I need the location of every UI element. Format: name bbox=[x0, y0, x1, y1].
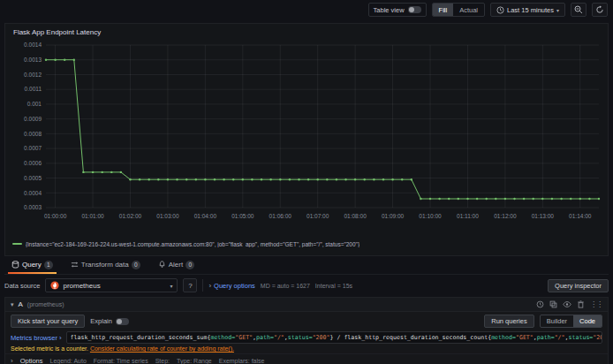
pane-size-group: Fill Actual bbox=[432, 3, 485, 17]
editor-mode-group: Builder Code bbox=[540, 315, 602, 328]
svg-text:01:00:00: 01:00:00 bbox=[44, 213, 67, 219]
counter-warning: Selected metric is a counter. Consider c… bbox=[5, 345, 608, 353]
interval-stat: Interval = 15s bbox=[315, 283, 352, 289]
run-queries-button[interactable]: Run queries bbox=[484, 315, 534, 328]
svg-text:0.0005: 0.0005 bbox=[24, 175, 42, 181]
query-row-actions: ⋮⋮ bbox=[536, 300, 602, 308]
time-range-label: Last 15 minutes bbox=[507, 6, 554, 14]
warning-rate-hint-link[interactable]: Consider calculating rate of counter by … bbox=[90, 345, 234, 352]
legend-series-color bbox=[12, 243, 22, 245]
svg-text:0.0014: 0.0014 bbox=[24, 42, 42, 48]
chevron-down-icon: ▾ bbox=[556, 7, 559, 13]
svg-text:0.0012: 0.0012 bbox=[24, 72, 42, 78]
eye-icon[interactable] bbox=[563, 300, 571, 308]
time-range-picker[interactable]: Last 15 minutes ▾ bbox=[490, 3, 565, 17]
svg-text:01:04:00: 01:04:00 bbox=[194, 213, 217, 219]
duplicate-icon[interactable] bbox=[549, 300, 557, 308]
options-exemplars: Exemplars: false bbox=[219, 358, 265, 364]
magnifier-minus-icon bbox=[574, 5, 583, 14]
history-icon[interactable] bbox=[536, 300, 544, 308]
clock-icon bbox=[496, 6, 504, 14]
svg-text:01:07:00: 01:07:00 bbox=[306, 213, 329, 219]
builder-mode-button[interactable]: Builder bbox=[541, 315, 573, 327]
options-format: Format: Time series bbox=[94, 358, 148, 364]
chevron-right-icon[interactable]: › bbox=[11, 357, 13, 364]
tab-transform[interactable]: Transform data 0 bbox=[64, 258, 148, 274]
max-data-points-stat: MD = auto = 1627 bbox=[261, 283, 310, 289]
svg-text:0.0011: 0.0011 bbox=[25, 86, 42, 92]
options-row: › Options Legend: Auto Format: Time seri… bbox=[5, 353, 608, 364]
bell-icon bbox=[158, 261, 166, 269]
datasource-name: prometheus bbox=[63, 282, 166, 290]
shuffle-arrows-icon bbox=[71, 261, 79, 269]
svg-text:0.0007: 0.0007 bbox=[24, 145, 42, 151]
svg-text:0.0004: 0.0004 bbox=[24, 190, 42, 196]
svg-text:01:12:00: 01:12:00 bbox=[494, 213, 517, 219]
metrics-browser-label: Metrics browser bbox=[11, 334, 57, 342]
explain-toggle[interactable] bbox=[116, 318, 129, 325]
query-datasource-hint: (prometheus) bbox=[27, 301, 64, 307]
actual-button[interactable]: Actual bbox=[453, 4, 484, 16]
svg-text:0.0008: 0.0008 bbox=[24, 131, 42, 137]
svg-text:0.0009: 0.0009 bbox=[24, 116, 42, 122]
drag-handle[interactable]: ⋮⋮ bbox=[590, 300, 602, 308]
divider bbox=[202, 279, 203, 292]
query-row-header: ▾ A (prometheus) ⋮⋮ bbox=[5, 298, 608, 312]
datasource-picker[interactable]: prometheus ▾ bbox=[45, 278, 178, 292]
query-inspector-button[interactable]: Query inspector bbox=[548, 279, 609, 292]
options-label[interactable]: Options bbox=[20, 357, 43, 364]
collapse-chevron-icon[interactable]: ▾ bbox=[11, 301, 14, 308]
code-mode-button[interactable]: Code bbox=[573, 315, 602, 327]
legend-series-label: {instance="ec2-184-169-216-224.us-west-1… bbox=[26, 241, 359, 247]
table-view-toggle[interactable] bbox=[408, 6, 421, 13]
refresh-icon bbox=[595, 5, 604, 14]
svg-text:01:03:00: 01:03:00 bbox=[156, 213, 179, 219]
warning-text: Selected metric is a counter. bbox=[11, 345, 88, 352]
tab-query-label: Query bbox=[22, 261, 42, 269]
editor-tabbar: Query 1 Transform data 0 Alert 0 bbox=[4, 259, 609, 275]
query-options-toggle[interactable]: › Query options bbox=[208, 282, 254, 290]
tab-alert-count: 0 bbox=[185, 261, 194, 269]
svg-text:01:08:00: 01:08:00 bbox=[344, 213, 367, 219]
zoom-out-button[interactable] bbox=[571, 3, 587, 17]
tab-query-count: 1 bbox=[44, 261, 53, 269]
panel-editor-toolbar: Table view Fill Actual Last 15 minutes ▾ bbox=[0, 0, 613, 19]
options-step: Step: bbox=[155, 358, 170, 364]
chart-legend[interactable]: {instance="ec2-184-169-216-224.us-west-1… bbox=[5, 236, 608, 250]
fill-button[interactable]: Fill bbox=[433, 4, 454, 16]
svg-text:0.001: 0.001 bbox=[27, 101, 42, 107]
tab-query[interactable]: Query 1 bbox=[4, 258, 60, 274]
tab-transform-label: Transform data bbox=[81, 261, 129, 269]
query-ref-id[interactable]: A bbox=[19, 300, 23, 308]
svg-text:01:14:00: 01:14:00 bbox=[569, 213, 592, 219]
query-toolbar: Kick start your query Explain Run querie… bbox=[5, 312, 608, 330]
trash-icon[interactable] bbox=[577, 300, 585, 308]
chevron-right-icon: › bbox=[208, 282, 211, 290]
explain-label: Explain bbox=[90, 317, 112, 325]
svg-text:01:09:00: 01:09:00 bbox=[382, 213, 405, 219]
chevron-right-icon: › bbox=[59, 334, 62, 342]
chevron-down-icon: ▾ bbox=[170, 283, 172, 289]
kick-start-query-button[interactable]: Kick start your query bbox=[11, 315, 85, 328]
panel-title: Flask App Endpoint Latency bbox=[5, 24, 608, 38]
tab-alert[interactable]: Alert 0 bbox=[151, 258, 201, 274]
refresh-button[interactable] bbox=[592, 3, 608, 17]
svg-text:01:11:00: 01:11:00 bbox=[457, 213, 479, 219]
question-icon: ? bbox=[188, 282, 192, 290]
explain-group: Explain bbox=[90, 317, 129, 325]
tab-alert-label: Alert bbox=[169, 261, 183, 269]
svg-text:0.0003: 0.0003 bbox=[24, 204, 42, 210]
svg-text:01:10:00: 01:10:00 bbox=[419, 213, 442, 219]
svg-text:01:01:00: 01:01:00 bbox=[81, 213, 104, 219]
database-icon bbox=[11, 261, 19, 269]
svg-text:01:13:00: 01:13:00 bbox=[532, 213, 555, 219]
svg-text:01:02:00: 01:02:00 bbox=[119, 213, 142, 219]
table-view-label: Table view bbox=[374, 6, 405, 14]
table-view-group: Table view bbox=[368, 3, 427, 17]
datasource-label: Data source bbox=[4, 282, 40, 290]
query-row-card: ▾ A (prometheus) ⋮⋮ Kick start your quer… bbox=[4, 297, 609, 364]
prometheus-flame-icon bbox=[50, 281, 59, 290]
promql-expression-input[interactable]: flask_http_request_duration_seconds_sum{… bbox=[66, 331, 602, 344]
datasource-help-button[interactable]: ? bbox=[183, 278, 197, 292]
metrics-browser-toggle[interactable]: Metrics browser › bbox=[11, 334, 62, 342]
